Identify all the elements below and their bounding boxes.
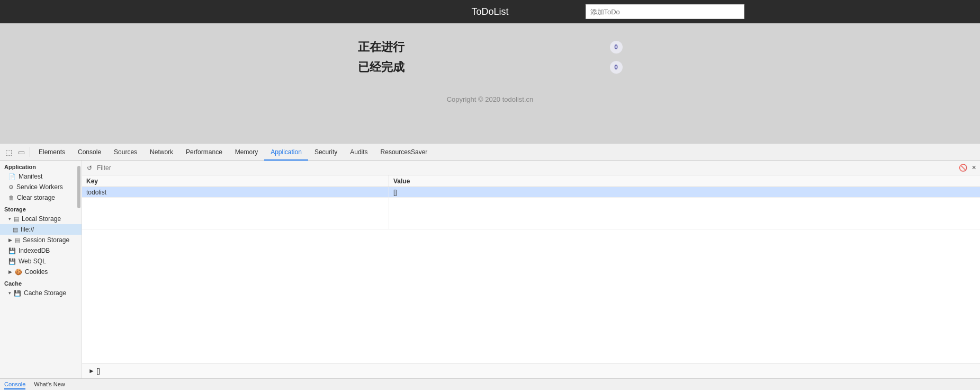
cell-value: [] <box>389 187 980 197</box>
sidebar-item-service-workers[interactable]: ⚙ Service Workers <box>0 182 82 192</box>
tab-resourcessaver[interactable]: ResourcesSaver <box>374 144 434 161</box>
indexeddb-icon: 💾 <box>8 247 16 254</box>
completed-section: 已经完成 0 <box>358 59 623 75</box>
empty-cell-value <box>389 198 980 229</box>
value-preview: ► [] <box>82 364 980 378</box>
app-content: 正在进行 0 已经完成 0 Copyright © 2020 todolist.… <box>0 23 980 103</box>
sidebar-section-cache: Cache <box>0 277 82 288</box>
tab-console[interactable]: Console <box>71 144 107 161</box>
sidebar-item-session-storage-label: Session Storage <box>23 236 69 244</box>
tab-elements[interactable]: Elements <box>32 144 71 161</box>
sidebar-section-application: Application <box>0 161 82 171</box>
add-todo-input[interactable] <box>586 4 744 19</box>
sidebar-item-indexeddb[interactable]: 💾 IndexedDB <box>0 245 82 256</box>
app-title: ToDoList <box>471 6 508 17</box>
sidebar-scrollbar[interactable] <box>77 166 80 208</box>
devtools-panel: ⬚ ▭ Elements Console Sources Network Per… <box>0 143 980 390</box>
cookies-icon: 🍪 <box>15 269 22 276</box>
sidebar-item-cache-storage-label: Cache Storage <box>24 289 66 297</box>
add-todo-wrapper <box>586 4 744 19</box>
table-header: Key Value <box>82 175 980 187</box>
file-icon: ▤ <box>13 226 18 233</box>
in-progress-label: 正在进行 <box>358 39 404 55</box>
sidebar-item-service-workers-label: Service Workers <box>16 183 63 191</box>
service-workers-icon: ⚙ <box>8 184 14 191</box>
empty-cell-key <box>82 198 389 229</box>
device-icon[interactable]: ▭ <box>15 146 28 158</box>
empty-row <box>82 198 980 229</box>
sidebar-item-indexeddb-label: IndexedDB <box>19 247 50 254</box>
tab-memory[interactable]: Memory <box>229 144 264 161</box>
session-storage-icon: ▤ <box>15 237 20 244</box>
sidebar-item-file[interactable]: ▤ file:// <box>0 224 82 235</box>
sidebar-section-storage: Storage <box>0 203 82 214</box>
tab-sources[interactable]: Sources <box>107 144 143 161</box>
filter-block-icon[interactable]: 🚫 <box>959 164 967 172</box>
sidebar-item-clear-storage-label: Clear storage <box>17 194 55 201</box>
cell-key: todolist <box>82 187 389 197</box>
sidebar-item-session-storage[interactable]: ▶ ▤ Session Storage <box>0 235 82 245</box>
cache-storage-arrow: ▾ <box>8 290 11 296</box>
web-sql-icon: 💾 <box>8 258 16 265</box>
sidebar-item-cache-storage[interactable]: ▾ 💾 Cache Storage <box>0 288 82 298</box>
copyright-text: Copyright © 2020 todolist.cn <box>447 95 534 103</box>
sidebar-item-clear-storage[interactable]: 🗑 Clear storage <box>0 192 82 203</box>
clear-storage-icon: 🗑 <box>8 194 14 201</box>
main-panel: ↺ 🚫 ✕ Key Value todolist [] <box>82 161 980 378</box>
filter-close-icon[interactable]: ✕ <box>969 164 978 172</box>
devtools-sidebar: Application 📄 Manifest ⚙ Service Workers… <box>0 161 82 378</box>
sidebar-item-web-sql-label: Web SQL <box>19 258 46 265</box>
inspect-icon[interactable]: ⬚ <box>2 146 15 158</box>
sidebar-item-local-storage[interactable]: ▾ ▤ Local Storage <box>0 214 82 224</box>
filter-input[interactable] <box>97 163 526 173</box>
col-value: Value <box>389 175 980 187</box>
col-key: Key <box>82 175 389 187</box>
sidebar-item-cookies[interactable]: ▶ 🍪 Cookies <box>0 267 82 277</box>
filter-bar: ↺ 🚫 ✕ <box>82 161 980 175</box>
in-progress-section: 正在进行 0 <box>358 39 623 55</box>
tab-divider <box>30 147 30 157</box>
local-storage-icon: ▤ <box>14 216 19 223</box>
devtools-tab-bar: ⬚ ▭ Elements Console Sources Network Per… <box>0 144 980 161</box>
completed-label: 已经完成 <box>358 59 404 75</box>
bottom-tab-whats-new[interactable]: What's New <box>34 380 65 389</box>
sidebar-item-cookies-label: Cookies <box>25 268 48 276</box>
tab-network[interactable]: Network <box>143 144 179 161</box>
devtools-body: Application 📄 Manifest ⚙ Service Workers… <box>0 161 980 378</box>
local-storage-arrow: ▾ <box>8 216 11 221</box>
completed-count: 0 <box>610 61 623 74</box>
cache-storage-icon: 💾 <box>14 290 21 297</box>
sidebar-item-manifest-label: Manifest <box>19 173 42 180</box>
tab-application[interactable]: Application <box>264 144 308 161</box>
app-header: ToDoList <box>0 0 980 23</box>
session-storage-arrow: ▶ <box>8 237 12 243</box>
bottom-bar: Console What's New <box>0 378 980 390</box>
tab-performance[interactable]: Performance <box>179 144 229 161</box>
sidebar-item-file-label: file:// <box>21 226 34 233</box>
sidebar-item-web-sql[interactable]: 💾 Web SQL <box>0 256 82 267</box>
table-body: todolist [] <box>82 187 980 364</box>
in-progress-count: 0 <box>610 41 623 54</box>
manifest-icon: 📄 <box>8 173 16 180</box>
tab-audits[interactable]: Audits <box>344 144 374 161</box>
sidebar-item-local-storage-label: Local Storage <box>22 215 61 223</box>
sidebar-item-manifest[interactable]: 📄 Manifest <box>0 171 82 182</box>
refresh-button[interactable]: ↺ <box>84 163 95 173</box>
bottom-tab-console[interactable]: Console <box>4 380 25 389</box>
tab-security[interactable]: Security <box>308 144 344 161</box>
cookies-arrow: ▶ <box>8 269 12 274</box>
table-row[interactable]: todolist [] <box>82 187 980 198</box>
